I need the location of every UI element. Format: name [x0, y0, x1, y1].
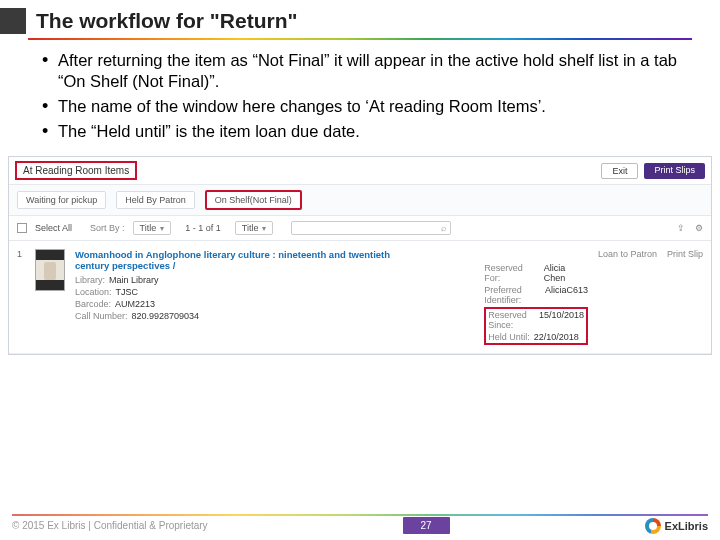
slide-title: The workflow for "Return" [36, 9, 297, 33]
slide: The workflow for "Return" After returnin… [0, 0, 720, 540]
item-title[interactable]: Womanhood in Anglophone literary culture… [75, 249, 424, 271]
copyright: © 2015 Ex Libris | Confidential & Propri… [12, 520, 208, 531]
bullet-item: The name of the window here changes to ‘… [42, 96, 678, 117]
reserved-for-value: Alicia Chen [544, 263, 588, 283]
reserved-held-box: Reserved Since:15/10/2018 Held Until:22/… [484, 307, 588, 345]
toolbar-right: ⇪ ⚙ [677, 223, 703, 233]
print-slip-button[interactable]: Print Slip [667, 249, 703, 259]
export-icon[interactable]: ⇪ [677, 223, 685, 233]
item-left-col: Womanhood in Anglophone literary culture… [75, 249, 424, 345]
select-all-label: Select All [35, 223, 72, 233]
barcode-value: AUM2213 [115, 299, 155, 309]
footer-divider-wrap [0, 514, 720, 516]
logo-text: ExLibris [665, 520, 708, 532]
bullet-item: The “Held until” is the item loan due da… [42, 121, 678, 142]
bullet-list: After returning the item as “Not Final” … [0, 50, 720, 156]
search-icon: ⌕ [441, 223, 446, 233]
tab-waiting-for-pickup[interactable]: Waiting for pickup [17, 191, 106, 209]
top-buttons: Exit Print Slips [601, 163, 705, 179]
exit-button[interactable]: Exit [601, 163, 638, 179]
reserved-since-label: Reserved Since: [488, 310, 535, 330]
held-until-label: Held Until: [488, 332, 530, 342]
item-actions: Loan to Patron Print Slip [598, 249, 703, 259]
app-screenshot: At Reading Room Items Exit Print Slips W… [8, 156, 712, 355]
select-all-checkbox[interactable] [17, 223, 27, 233]
location-label: Location: [75, 287, 112, 297]
location-value: TJSC [116, 287, 139, 297]
library-label: Library: [75, 275, 105, 285]
preferred-id-value: AliciaC613 [545, 285, 588, 305]
list-toolbar: Select All Sort By : Title 1 - 1 of 1 Ti… [9, 216, 711, 241]
app-header: At Reading Room Items Exit Print Slips [9, 157, 711, 184]
exlibris-logo: ExLibris [645, 518, 708, 534]
search-input[interactable]: ⌕ [291, 221, 451, 235]
result-range: 1 - 1 of 1 [185, 223, 221, 233]
logo-icon [645, 518, 661, 534]
sort-by-label: Sort By : [90, 223, 125, 233]
view-dropdown[interactable]: Title [235, 221, 274, 235]
reserved-since-value: 15/10/2018 [539, 310, 584, 330]
window-title: At Reading Room Items [15, 161, 137, 180]
item-thumbnail [35, 249, 65, 291]
item-main: Womanhood in Anglophone literary culture… [75, 249, 588, 345]
tab-held-by-patron[interactable]: Held By Patron [116, 191, 195, 209]
list-item: 1 Womanhood in Anglophone literary cultu… [9, 241, 711, 354]
settings-icon[interactable]: ⚙ [695, 223, 703, 233]
loan-to-patron-button[interactable]: Loan to Patron [598, 249, 657, 259]
sort-by-dropdown[interactable]: Title [133, 221, 172, 235]
tab-on-shelf-not-final[interactable]: On Shelf(Not Final) [205, 190, 302, 210]
item-right-col: Reserved For:Alicia Chen Preferred Ident… [484, 249, 588, 345]
title-block [0, 8, 26, 34]
print-slips-button[interactable]: Print Slips [644, 163, 705, 179]
tab-bar: Waiting for pickup Held By Patron On She… [9, 184, 711, 216]
call-number-label: Call Number: [75, 311, 128, 321]
held-until-value: 22/10/2018 [534, 332, 579, 342]
library-value: Main Library [109, 275, 159, 285]
barcode-label: Barcode: [75, 299, 111, 309]
preferred-id-label: Preferred Identifier: [484, 285, 541, 305]
reserved-for-label: Reserved For: [484, 263, 539, 283]
item-index: 1 [17, 249, 25, 259]
bullet-item: After returning the item as “Not Final” … [42, 50, 678, 92]
divider-rainbow [28, 38, 692, 40]
footer: © 2015 Ex Libris | Confidential & Propri… [0, 517, 720, 534]
header: The workflow for "Return" [0, 0, 720, 34]
page-number: 27 [403, 517, 450, 534]
footer-divider [12, 514, 708, 516]
call-number-value: 820.9928709034 [132, 311, 200, 321]
